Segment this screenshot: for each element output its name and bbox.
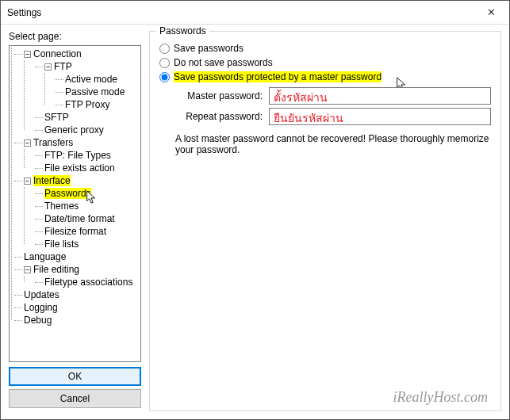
radio-master-password[interactable]: Save passwords protected by a master pas… <box>159 71 491 82</box>
collapse-icon[interactable]: − <box>44 63 52 71</box>
tree-ftp-proxy[interactable]: FTP Proxy <box>56 98 140 111</box>
tree-generic-proxy[interactable]: Generic proxy <box>35 124 140 136</box>
radio-dont-save-label: Do not save passwords <box>174 57 273 68</box>
radio-master-label: Save passwords protected by a master pas… <box>174 71 382 82</box>
radio-save-input[interactable] <box>159 44 170 54</box>
radio-save-label: Save passwords <box>174 43 243 54</box>
tree-file-editing[interactable]: −File editing Filetype associations <box>14 263 140 288</box>
ok-button[interactable]: OK <box>9 367 141 386</box>
collapse-icon[interactable]: − <box>24 51 31 58</box>
tree-file-exists[interactable]: File exists action <box>35 162 140 174</box>
tree-transfers[interactable]: −Transfers FTP: File Types File exists a… <box>14 136 140 174</box>
button-row: OK Cancel <box>9 367 141 411</box>
collapse-icon[interactable]: − <box>24 266 31 273</box>
tree-filelists[interactable]: File lists <box>35 238 140 250</box>
collapse-icon[interactable]: − <box>24 139 31 147</box>
tree-logging[interactable]: Logging <box>14 301 140 314</box>
watermark: iReallyHost.com <box>393 389 488 406</box>
close-button[interactable]: ✕ <box>474 1 509 25</box>
window-title: Settings <box>7 7 41 18</box>
tree-debug[interactable]: Debug <box>14 314 140 326</box>
page-tree[interactable]: −Connection −FTP Active mode Passive mod… <box>9 45 141 362</box>
body: Select page: −Connection −FTP Active mod… <box>1 25 509 419</box>
tree-active-mode[interactable]: Active mode <box>56 73 140 86</box>
radio-dont-save-input[interactable] <box>159 58 170 68</box>
settings-window: Settings ✕ Select page: −Connection −FTP… <box>0 0 510 420</box>
radio-master-input[interactable] <box>159 72 170 82</box>
master-password-row: Master password: ตั้งรหัสผ่าน <box>175 87 491 105</box>
select-page-label: Select page: <box>9 31 141 42</box>
close-icon: ✕ <box>487 6 496 18</box>
tree-passwords[interactable]: Passwords <box>35 187 140 200</box>
cancel-button[interactable]: Cancel <box>9 389 141 408</box>
master-password-label: Master password: <box>175 90 263 101</box>
repeat-password-input[interactable] <box>269 108 491 125</box>
passwords-panel: Passwords Save passwords Do not save pas… <box>149 31 501 411</box>
repeat-password-row: Repeat password: ยืนยันรหัสผ่าน <box>175 108 491 125</box>
group-label: Passwords <box>156 25 209 36</box>
tree-language[interactable]: Language <box>14 250 140 263</box>
tree-sftp[interactable]: SFTP <box>35 111 140 124</box>
tree-connection[interactable]: −Connection −FTP Active mode Passive mod… <box>14 48 140 136</box>
collapse-icon[interactable]: − <box>24 178 31 185</box>
radio-dont-save[interactable]: Do not save passwords <box>159 57 491 68</box>
tree-interface[interactable]: −Interface Passwords Themes Date/time fo… <box>14 174 140 250</box>
left-pane: Select page: −Connection −FTP Active mod… <box>9 31 141 411</box>
tree-ftp[interactable]: −FTP Active mode Passive mode FTP Proxy <box>35 60 140 111</box>
tree-datetime[interactable]: Date/time format <box>35 212 140 225</box>
titlebar: Settings ✕ <box>1 1 509 25</box>
warning-text: A lost master password cannot be recover… <box>175 133 491 155</box>
master-fields: Master password: ตั้งรหัสผ่าน Repeat pas… <box>175 87 491 125</box>
tree-themes[interactable]: Themes <box>35 200 140 212</box>
radio-save-passwords[interactable]: Save passwords <box>159 43 491 54</box>
tree-passive-mode[interactable]: Passive mode <box>56 86 140 98</box>
tree-filesize[interactable]: Filesize format <box>35 225 140 238</box>
repeat-password-label: Repeat password: <box>175 111 263 122</box>
tree-updates[interactable]: Updates <box>14 288 140 301</box>
tree-file-types[interactable]: FTP: File Types <box>35 149 140 162</box>
tree-filetype-assoc[interactable]: Filetype associations <box>35 276 140 288</box>
master-password-input[interactable] <box>269 87 491 105</box>
